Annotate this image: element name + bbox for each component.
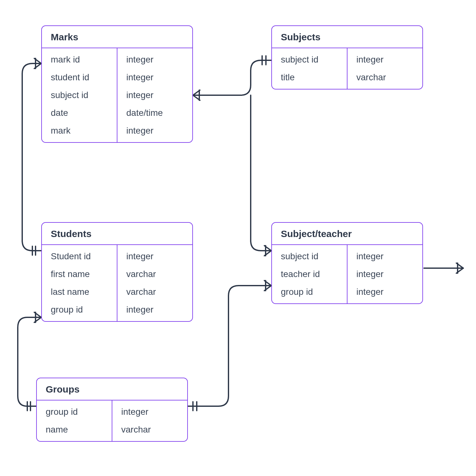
entity-groups: Groups group id name integer varchar (36, 378, 188, 442)
field-name: mark id (42, 51, 117, 69)
field-name: title (272, 69, 347, 86)
field-type: varchar (117, 265, 192, 283)
entity-title: Subjects (272, 26, 422, 48)
field-name: subject id (272, 248, 347, 265)
field-name: group id (42, 301, 117, 319)
field-type: varchar (117, 283, 192, 301)
rel-groups-subjectteacher (188, 286, 271, 406)
field-type: integer (112, 403, 187, 421)
entity-subject-teacher: Subject/teacher subject id teacher id gr… (271, 222, 423, 304)
entity-subjects: Subjects subject id title integer varcha… (271, 25, 423, 89)
field-name: subject id (272, 51, 347, 69)
field-type: integer (347, 248, 422, 265)
field-name: student id (42, 69, 117, 86)
field-name: group id (37, 403, 112, 421)
field-type: date/time (117, 104, 192, 122)
field-name: Student id (42, 248, 117, 265)
field-name: date (42, 104, 117, 122)
field-name: name (37, 421, 112, 439)
entity-students: Students Student id first name last name… (41, 222, 193, 322)
field-name: last name (42, 283, 117, 301)
entity-title: Students (42, 223, 192, 245)
field-type: integer (117, 248, 192, 265)
field-name: first name (42, 265, 117, 283)
rel-subjects-subjectteacher (251, 95, 271, 251)
entity-marks: Marks mark id student id subject id date… (41, 25, 193, 143)
er-diagram-canvas: Marks mark id student id subject id date… (0, 0, 476, 476)
entity-title: Subject/teacher (272, 223, 422, 245)
field-name: subject id (42, 86, 117, 104)
field-name: mark (42, 122, 117, 140)
field-type: integer (347, 283, 422, 301)
field-type: varchar (347, 69, 422, 86)
field-type: integer (347, 51, 422, 69)
field-type: integer (117, 122, 192, 140)
field-name: group id (272, 283, 347, 301)
field-type: integer (347, 265, 422, 283)
entity-title: Marks (42, 26, 192, 48)
field-type: varchar (112, 421, 187, 439)
field-type: integer (117, 86, 192, 104)
entity-title: Groups (37, 378, 187, 400)
field-type: integer (117, 51, 192, 69)
rel-subjects-marks (193, 60, 271, 95)
field-name: teacher id (272, 265, 347, 283)
field-type: integer (117, 69, 192, 86)
rel-students-marks (22, 63, 41, 251)
field-type: integer (117, 301, 192, 319)
